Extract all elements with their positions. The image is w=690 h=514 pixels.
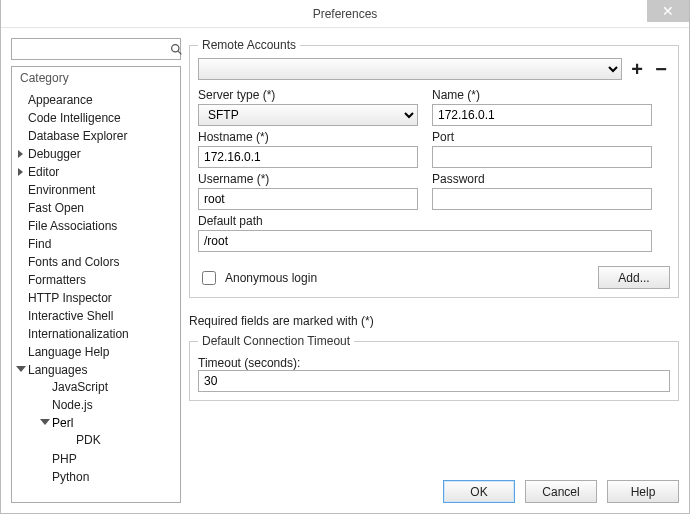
search-icon [170, 42, 183, 56]
tree-item-environment[interactable]: Environment [18, 181, 180, 199]
anonymous-login-input[interactable] [202, 271, 216, 285]
hostname-input[interactable] [198, 146, 418, 168]
default-path-input[interactable] [198, 230, 652, 252]
tree-item-perl[interactable]: Perl PDK [42, 414, 176, 450]
window-title: Preferences [313, 7, 378, 21]
timeout-input[interactable] [198, 370, 670, 392]
port-label: Port [432, 128, 652, 144]
hostname-label: Hostname (*) [198, 128, 418, 144]
anonymous-login-checkbox[interactable]: Anonymous login [198, 268, 317, 288]
tree-item-formatters[interactable]: Formatters [18, 271, 180, 289]
tree-item-appearance[interactable]: Appearance [18, 91, 180, 109]
tree-item-pdk[interactable]: PDK [66, 431, 172, 449]
tree-item-language-help[interactable]: Language Help [18, 343, 180, 361]
server-type-select[interactable]: SFTP [198, 104, 418, 126]
svg-line-1 [178, 51, 181, 54]
default-path-label: Default path [198, 212, 652, 228]
tree-item-php[interactable]: PHP [42, 450, 176, 468]
tree-item-javascript[interactable]: JavaScript [42, 378, 176, 396]
tree-item-code-intelligence[interactable]: Code Intelligence [18, 109, 180, 127]
required-fields-note: Required fields are marked with (*) [189, 314, 679, 328]
dialog-buttons: OK Cancel Help [189, 472, 679, 503]
username-label: Username (*) [198, 170, 418, 186]
tree-item-http-inspector[interactable]: HTTP Inspector [18, 289, 180, 307]
tree-item-label: Perl [52, 416, 73, 430]
preferences-dialog: Preferences ✕ Category Appearance Code I… [0, 0, 690, 514]
timeout-legend: Default Connection Timeout [198, 334, 354, 348]
password-input[interactable] [432, 188, 652, 210]
tree-item-label: Languages [28, 363, 87, 377]
add-account-button[interactable]: + [628, 60, 646, 78]
name-input[interactable] [432, 104, 652, 126]
cancel-button[interactable]: Cancel [525, 480, 597, 503]
filter-input[interactable] [16, 41, 170, 57]
server-type-label: Server type (*) [198, 86, 418, 102]
tree-item-file-associations[interactable]: File Associations [18, 217, 180, 235]
category-tree-body[interactable]: Appearance Code Intelligence Database Ex… [12, 89, 180, 502]
tree-item-database-explorer[interactable]: Database Explorer [18, 127, 180, 145]
password-label: Password [432, 170, 652, 186]
left-column: Category Appearance Code Intelligence Da… [11, 38, 181, 503]
port-input[interactable] [432, 146, 652, 168]
remote-accounts-group: Remote Accounts + − Server type (*) Name… [189, 38, 679, 298]
tree-item-internationalization[interactable]: Internationalization [18, 325, 180, 343]
category-tree: Category Appearance Code Intelligence Da… [11, 66, 181, 503]
titlebar: Preferences ✕ [1, 0, 689, 28]
default-connection-timeout-group: Default Connection Timeout Timeout (seco… [189, 334, 679, 401]
tree-item-languages[interactable]: Languages JavaScript Node.js Perl PDK [18, 361, 180, 487]
remote-accounts-legend: Remote Accounts [198, 38, 300, 52]
close-button[interactable]: ✕ [647, 0, 689, 22]
remove-account-button[interactable]: − [652, 60, 670, 78]
help-button[interactable]: Help [607, 480, 679, 503]
tree-item-interactive-shell[interactable]: Interactive Shell [18, 307, 180, 325]
right-column: Remote Accounts + − Server type (*) Name… [189, 38, 679, 503]
category-heading: Category [12, 67, 180, 90]
tree-item-debugger[interactable]: Debugger [18, 145, 180, 163]
tree-item-fonts-and-colors[interactable]: Fonts and Colors [18, 253, 180, 271]
filter-box[interactable] [11, 38, 181, 60]
tree-item-editor[interactable]: Editor [18, 163, 180, 181]
tree-item-fast-open[interactable]: Fast Open [18, 199, 180, 217]
username-input[interactable] [198, 188, 418, 210]
svg-point-0 [172, 44, 179, 51]
tree-item-python[interactable]: Python [42, 468, 176, 486]
timeout-label: Timeout (seconds): [198, 354, 670, 370]
anonymous-login-label: Anonymous login [225, 271, 317, 285]
content-area: Category Appearance Code Intelligence Da… [1, 28, 689, 513]
tree-item-find[interactable]: Find [18, 235, 180, 253]
tree-item-nodejs[interactable]: Node.js [42, 396, 176, 414]
name-label: Name (*) [432, 86, 652, 102]
close-icon: ✕ [662, 4, 674, 18]
add-button[interactable]: Add... [598, 266, 670, 289]
account-select[interactable] [198, 58, 622, 80]
ok-button[interactable]: OK [443, 480, 515, 503]
